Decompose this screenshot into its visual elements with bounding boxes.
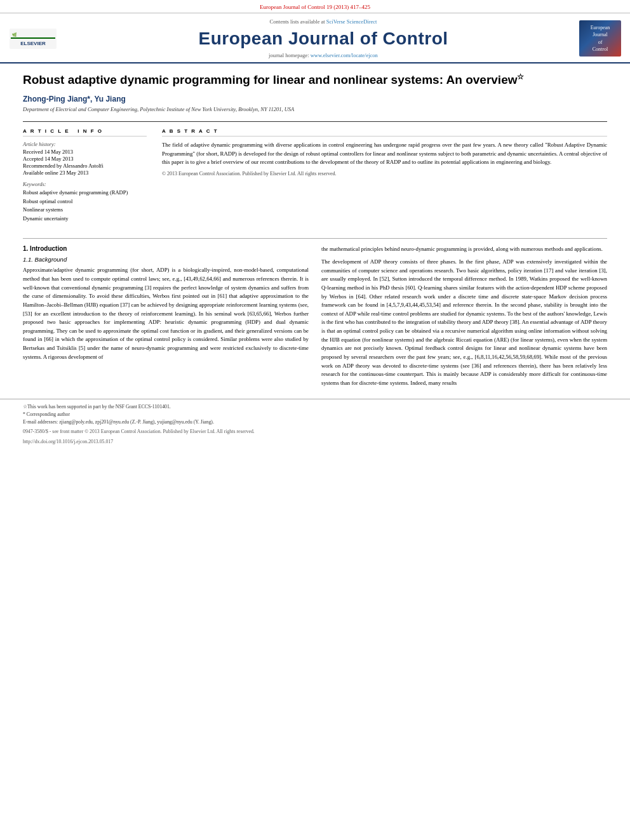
svg-rect-2 — [11, 37, 55, 39]
article-body: Robust adaptive dynamic programming for … — [0, 63, 630, 391]
keywords-block: Keywords: Robust adaptive dynamic progra… — [23, 181, 147, 223]
journal-homepage-line: journal homepage: www.elsevier.com/locat… — [269, 52, 378, 58]
svg-text:ELSEVIER: ELSEVIER — [20, 41, 46, 46]
page: European Journal of Control 19 (2013) 41… — [0, 0, 630, 840]
article-authors: Zhong-Ping Jiang*, Yu Jiang — [23, 95, 607, 103]
accepted-date: Accepted 14 May 2013 — [23, 156, 147, 162]
keyword-3: Nonlinear systems — [23, 206, 147, 215]
keyword-1: Robust adaptive dynamic programming (RAD… — [23, 189, 147, 197]
contents-available-line: Contents lists available at SciVerse Sci… — [270, 18, 377, 25]
abstract-text: The field of adaptive dynamic programmin… — [162, 141, 607, 167]
intro-left-paragraph: Approximate/adaptive dynamic programming… — [23, 266, 309, 361]
main-content-columns: 1. Introduction 1.1. Background Approxim… — [23, 245, 607, 391]
footer-doi: http://dx.doi.org/10.1016/j.ejcon.2013.0… — [23, 438, 607, 446]
title-star: ☆ — [517, 72, 524, 81]
abstract-column: A B S T R A C T The field of adaptive dy… — [162, 128, 607, 228]
journal-badge: European Journal of Control — [579, 20, 621, 57]
header-logo-area: 🌿 ELSEVIER — [8, 18, 58, 58]
intro-right-paragraph-2: The development of ADP theory consists o… — [321, 258, 607, 387]
article-footer: ☆This work has been supported in part by… — [0, 399, 630, 451]
subsection-1-1-title: 1.1. Background — [23, 256, 309, 263]
available-online: Available online 23 May 2013 — [23, 170, 147, 176]
author-affiliation: Department of Electrical and Computer En… — [23, 106, 607, 112]
journal-homepage-link[interactable]: www.elsevier.com/locate/ejcon — [311, 52, 378, 58]
article-info-header: A R T I C L E I N F O — [23, 128, 147, 137]
footer-copyright: 0947-3580/$ - see front matter © 2013 Eu… — [23, 428, 607, 436]
svg-text:🌿: 🌿 — [12, 32, 17, 37]
section-1-title: 1. Introduction — [23, 245, 309, 252]
journal-title-heading: European Journal of Control — [198, 29, 448, 49]
article-title: Robust adaptive dynamic programming for … — [23, 72, 607, 88]
article-history-block: Article history: Received 14 May 2013 Ac… — [23, 141, 147, 176]
journal-citation-bar: European Journal of Control 19 (2013) 41… — [0, 0, 630, 13]
keywords-list: Robust adaptive dynamic programming (RAD… — [23, 189, 147, 223]
article-history-label: Article history: — [23, 141, 147, 147]
journal-badge-area: European Journal of Control — [578, 18, 622, 58]
copyright-line: © 2013 European Control Association. Pub… — [162, 171, 607, 177]
abstract-header: A B S T R A C T — [162, 128, 607, 137]
journal-header: 🌿 ELSEVIER Contents lists available at S… — [0, 13, 630, 63]
keywords-label: Keywords: — [23, 181, 147, 187]
info-abstract-section: A R T I C L E I N F O Article history: R… — [23, 121, 607, 228]
recommended-by: Recommended by Alessandro Astolfi — [23, 163, 147, 169]
received-date: Received 14 May 2013 — [23, 149, 147, 155]
section-divider — [23, 238, 607, 239]
footnote-3: E-mail addresses: zjiang@poly.edu, zpj20… — [23, 418, 607, 426]
main-right-column: the mathematical principles behind neuro… — [321, 245, 607, 391]
article-info-column: A R T I C L E I N F O Article history: R… — [23, 128, 147, 228]
footnote-2: * Corresponding author — [23, 411, 607, 418]
elsevier-logo-icon: 🌿 ELSEVIER — [10, 29, 57, 49]
header-journal-info: Contents lists available at SciVerse Sci… — [69, 18, 578, 58]
journal-citation: European Journal of Control 19 (2013) 41… — [260, 4, 370, 10]
main-left-column: 1. Introduction 1.1. Background Approxim… — [23, 245, 309, 391]
sciverse-link[interactable]: SciVerse ScienceDirect — [326, 18, 377, 25]
keyword-2: Robust optimal control — [23, 197, 147, 206]
footnote-1: ☆This work has been supported in part by… — [23, 403, 607, 411]
intro-right-paragraph-1: the mathematical principles behind neuro… — [321, 245, 607, 254]
keyword-4: Dynamic uncertainty — [23, 215, 147, 223]
